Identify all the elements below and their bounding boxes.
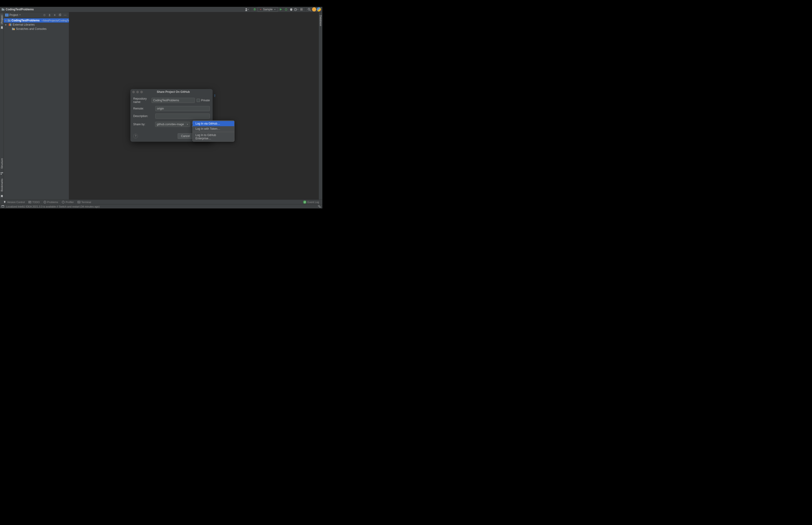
select-opened-file-button[interactable]: ⊙	[42, 13, 47, 17]
svg-rect-18	[9, 24, 10, 26]
svg-rect-6	[300, 8, 303, 11]
run-button[interactable]	[278, 7, 283, 12]
settings-button[interactable]	[58, 13, 62, 17]
coverage-button[interactable]	[289, 7, 293, 12]
status-message[interactable]: Localized IntelliJ IDEA 2021.3.3 is avai…	[6, 205, 99, 208]
project-view-label: Project	[10, 13, 18, 17]
svg-line-8	[310, 10, 311, 11]
svg-point-7	[308, 8, 310, 10]
project-tree[interactable]: ▶ CodingTestProblems ~/IdeaProjects/Codi…	[4, 18, 69, 31]
run-config-selector[interactable]: ✕ Sample ▼	[258, 7, 278, 12]
svg-point-0	[246, 8, 247, 10]
svg-rect-19	[10, 24, 10, 26]
svg-point-31	[320, 206, 321, 208]
project-icon	[5, 14, 9, 16]
repo-name-label: Repository name:	[133, 97, 150, 104]
left-tool-window-bar: Project Structure Bookmarks	[0, 12, 4, 199]
svg-rect-10	[2, 172, 3, 173]
tree-node-label: CodingTestProblems	[12, 19, 40, 22]
avatar-1[interactable]	[312, 7, 316, 12]
tree-scratches-node[interactable]: Scratches and Consoles	[4, 27, 69, 31]
svg-point-30	[318, 205, 320, 207]
svg-rect-14	[6, 15, 8, 15]
navigation-bar: CodingTestProblems ✕ Sample ▼ ▼	[0, 7, 322, 12]
svg-point-16	[59, 15, 60, 15]
chevron-down-icon: ▼	[19, 14, 21, 16]
status-process-icon[interactable]	[318, 205, 321, 208]
private-checkbox[interactable]	[197, 99, 200, 102]
problems-tab[interactable]: Problems	[42, 201, 60, 204]
tree-node-path: ~/IdeaProjects/CodingTest	[41, 19, 72, 22]
expand-all-button[interactable]	[47, 13, 52, 17]
svg-line-4	[287, 9, 287, 9]
hide-button[interactable]: —	[63, 13, 67, 17]
svg-line-3	[285, 9, 286, 9]
structure-tool-tab[interactable]: Structure	[0, 156, 3, 170]
avatar-2[interactable]	[317, 7, 321, 12]
svg-rect-17	[9, 20, 10, 21]
private-label[interactable]: Private	[201, 99, 210, 102]
svg-rect-15	[6, 15, 8, 16]
config-error-icon: ✕	[260, 8, 261, 11]
login-token-menuitem[interactable]: Log In with Token…	[193, 126, 234, 131]
collapse-all-button[interactable]	[52, 13, 57, 17]
search-button[interactable]	[307, 7, 311, 12]
bookmarks-gutter-icon[interactable]	[1, 26, 3, 30]
tree-external-libs-node[interactable]: ▶ External Libraries	[4, 22, 69, 27]
description-input[interactable]	[155, 114, 210, 119]
repo-name-input[interactable]	[152, 98, 195, 103]
expand-arrow-icon[interactable]: ▶	[5, 24, 7, 26]
svg-rect-22	[29, 201, 31, 203]
bottom-tool-window-bar: Version Control TODO Problems Profiler T…	[0, 199, 322, 204]
svg-rect-11	[1, 174, 2, 175]
shareby-value: github.com/dev-mage	[157, 123, 184, 126]
shareby-dropdown[interactable]: github.com/dev-mage ▼	[155, 122, 190, 127]
version-control-tab[interactable]: Version Control	[1, 201, 27, 204]
todo-tab[interactable]: TODO	[27, 201, 42, 204]
project-name[interactable]: CodingTestProblems	[6, 8, 34, 11]
library-icon	[8, 23, 12, 26]
module-folder-icon	[7, 19, 11, 22]
collaborate-button[interactable]	[245, 7, 249, 12]
login-github-menuitem[interactable]: Log In via GitHub…	[193, 121, 234, 126]
help-button[interactable]: ?	[133, 134, 138, 138]
svg-rect-29	[2, 205, 4, 206]
add-account-menu: Log In via GitHub… Log In with Token… Lo…	[193, 120, 234, 142]
structure-gutter-icon	[1, 172, 3, 175]
build-button[interactable]	[252, 7, 257, 12]
close-window-button[interactable]	[132, 91, 135, 93]
svg-point-25	[45, 202, 45, 203]
event-log-tab[interactable]: 2 Event Log	[301, 200, 321, 204]
profile-button[interactable]: ▼	[294, 7, 298, 12]
remote-label: Remote:	[133, 107, 153, 110]
database-tool-tab[interactable]: Database	[319, 14, 322, 28]
stop-button[interactable]	[299, 7, 304, 12]
project-view-selector[interactable]: Project ▼	[5, 13, 21, 17]
status-bar: Localized IntelliJ IDEA 2021.3.3 is avai…	[0, 204, 322, 208]
svg-point-1	[285, 9, 287, 11]
event-count-badge: 2	[303, 200, 306, 204]
project-tool-window: Project ▼ ⊙ — ▶	[4, 12, 69, 199]
run-config-name: Sample	[263, 8, 273, 11]
right-tool-window-bar: Database	[319, 12, 322, 199]
tree-root-node[interactable]: ▶ CodingTestProblems ~/IdeaProjects/Codi…	[4, 18, 69, 22]
description-label: Description:	[133, 115, 153, 118]
login-enterprise-menuitem[interactable]: Log In to GitHub Enterprise…	[193, 133, 234, 141]
profiler-tab[interactable]: Profiler	[60, 201, 76, 204]
project-tool-tab[interactable]: Project	[0, 14, 3, 25]
expand-arrow-icon[interactable]: ▶	[5, 19, 7, 21]
chevron-down-icon: ▼	[186, 123, 188, 125]
debug-button[interactable]	[284, 7, 288, 12]
tree-node-label: Scratches and Consoles	[16, 27, 47, 31]
bookmarks-tool-tab[interactable]: Bookmarks	[0, 177, 3, 193]
svg-rect-20	[11, 24, 11, 26]
shareby-label: Share by:	[133, 123, 153, 126]
remote-input[interactable]	[155, 106, 210, 111]
terminal-tab[interactable]: Terminal	[76, 201, 93, 204]
status-window-icon[interactable]	[1, 205, 5, 208]
chevron-down-icon: ▼	[274, 9, 276, 11]
project-folder-icon	[1, 8, 5, 11]
svg-rect-13	[6, 14, 8, 14]
scratches-icon	[12, 28, 15, 30]
cancel-button[interactable]: Cancel	[178, 133, 193, 139]
